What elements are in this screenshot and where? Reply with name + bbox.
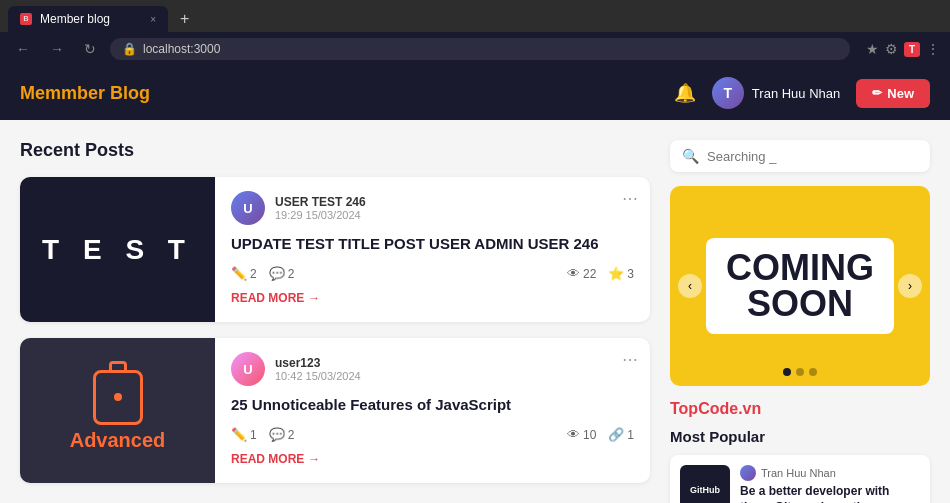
topcode-brand-label: TopCode.vn (670, 400, 930, 418)
comment-stat-icon-2: 💬 (269, 427, 285, 442)
tab-close-button[interactable]: × (150, 14, 156, 25)
post-edit-count-2: ✏️ 1 (231, 427, 257, 442)
post-thumbnail-2: Advanced (20, 338, 215, 483)
post-stats-1: ✏️ 2 💬 2 👁 22 (231, 266, 634, 281)
browser-icons: ★ ⚙ T ⋮ (866, 41, 940, 57)
coming-soon-line2: SOON (726, 286, 874, 322)
popular-post-title: Be a better developer with these Git goo… (740, 484, 920, 503)
navbar-actions: 🔔 T Tran Huu Nhan ✏ New (674, 77, 930, 109)
arrow-right-icon-2: → (308, 452, 320, 466)
avatar-initials: T (724, 85, 733, 101)
banner-dots (783, 368, 817, 376)
left-content: Recent Posts T E S T U USER TEST 246 19:… (20, 140, 650, 503)
post-header-2: U user123 10:42 15/03/2024 ⋯ (231, 352, 634, 386)
post-right-stats-2: 👁 10 🔗 1 (567, 427, 634, 442)
post-card-2: Advanced U user123 10:42 15/03/2024 ⋯ (20, 338, 650, 483)
brand-suffix: Blog (105, 83, 150, 103)
post-title-1: UPDATE TEST TITLE POST USER ADMIN USER 2… (231, 233, 634, 254)
navbar-brand: Memmber Blog (20, 83, 658, 104)
post-body-2: U user123 10:42 15/03/2024 ⋯ 25 Unnotice… (215, 338, 650, 483)
active-tab[interactable]: B Member blog × (8, 6, 168, 32)
pencil-stat-icon-2: ✏️ (231, 427, 247, 442)
read-more-link-1[interactable]: READ MORE → (231, 291, 634, 305)
topcode-logo: T (904, 42, 920, 57)
post-stats-2: ✏️ 1 💬 2 👁 10 (231, 427, 634, 442)
thumbnail-text-2: Advanced (70, 429, 166, 452)
menu-icon: ⋮ (926, 41, 940, 57)
brand-section: TopCode.vn (670, 400, 930, 418)
popular-post-info: Tran Huu Nhan Be a better developer with… (740, 465, 920, 503)
coming-soon-box: COMING SOON (706, 238, 894, 334)
forward-button[interactable]: → (44, 39, 70, 59)
popular-post-thumbnail: GitHub (680, 465, 730, 503)
browser-chrome: B Member blog × + ← → ↻ 🔒 localhost:3000… (0, 0, 950, 66)
popular-post-avatar (740, 465, 756, 481)
read-more-link-2[interactable]: READ MORE → (231, 452, 634, 466)
post-date-1: 19:29 15/03/2024 (275, 209, 366, 221)
post-header-1: U USER TEST 246 19:29 15/03/2024 ⋯ (231, 191, 634, 225)
post-author-name-1: USER TEST 246 (275, 195, 366, 209)
user-info[interactable]: T Tran Huu Nhan (712, 77, 840, 109)
post-edit-count-1: ✏️ 2 (231, 266, 257, 281)
most-popular-title: Most Popular (670, 428, 930, 445)
post-comment-count-1: 💬 2 (269, 266, 295, 281)
url-box[interactable]: 🔒 localhost:3000 (110, 38, 850, 60)
post-thumbnail-1: T E S T (20, 177, 215, 322)
post-author-avatar-1: U (231, 191, 265, 225)
back-button[interactable]: ← (10, 39, 36, 59)
arrow-right-icon: → (308, 291, 320, 305)
search-box: 🔍 (670, 140, 930, 172)
post-author-info-1: USER TEST 246 19:29 15/03/2024 (275, 195, 366, 221)
post-body-1: U USER TEST 246 19:29 15/03/2024 ⋯ UPDAT… (215, 177, 650, 322)
avatar: T (712, 77, 744, 109)
post-author-info-2: user123 10:42 15/03/2024 (275, 356, 361, 382)
post-card: T E S T U USER TEST 246 19:29 15/03/2024… (20, 177, 650, 322)
popular-post-author: Tran Huu Nhan (740, 465, 920, 481)
post-comment-count-2: 💬 2 (269, 427, 295, 442)
post-author-avatar-2: U (231, 352, 265, 386)
banner-dot-2[interactable] (796, 368, 804, 376)
app: Memmber Blog 🔔 T Tran Huu Nhan ✏ New Rec… (0, 66, 950, 503)
thumbnail-text-1: T E S T (42, 234, 193, 266)
post-author-name-2: user123 (275, 356, 361, 370)
banner-prev-button[interactable]: ‹ (678, 274, 702, 298)
tab-bar: B Member blog × + (0, 0, 950, 32)
main-content: Recent Posts T E S T U USER TEST 246 19:… (0, 120, 950, 503)
new-post-button[interactable]: ✏ New (856, 79, 930, 108)
address-bar: ← → ↻ 🔒 localhost:3000 ★ ⚙ T ⋮ (0, 32, 950, 66)
post-view-count-1: 👁 22 (567, 266, 596, 281)
section-title: Recent Posts (20, 140, 650, 161)
bookmark-icon: ★ (866, 41, 879, 57)
post-star-count-1: ⭐ 3 (608, 266, 634, 281)
post-right-stats-1: 👁 22 ⭐ 3 (567, 266, 634, 281)
star-stat-icon-2: 🔗 (608, 427, 624, 442)
user-name: Tran Huu Nhan (752, 86, 840, 101)
notification-bell-icon[interactable]: 🔔 (674, 82, 696, 104)
lock-icon: 🔒 (122, 42, 137, 56)
banner: ‹ COMING SOON › (670, 186, 930, 386)
new-tab-button[interactable]: + (172, 6, 197, 32)
navbar: Memmber Blog 🔔 T Tran Huu Nhan ✏ New (0, 66, 950, 120)
github-label: GitHub (690, 485, 720, 495)
bag-icon (93, 370, 143, 425)
banner-content: COMING SOON (706, 238, 894, 334)
tab-title: Member blog (40, 12, 110, 26)
pencil-stat-icon: ✏️ (231, 266, 247, 281)
banner-dot-1[interactable] (783, 368, 791, 376)
tab-favicon: B (20, 13, 32, 25)
pencil-icon: ✏ (872, 86, 882, 100)
eye-stat-icon-2: 👁 (567, 427, 580, 442)
search-icon: 🔍 (682, 148, 699, 164)
post-menu-button-1[interactable]: ⋯ (622, 189, 638, 208)
post-menu-button-2[interactable]: ⋯ (622, 350, 638, 369)
post-date-2: 10:42 15/03/2024 (275, 370, 361, 382)
post-star-count-2: 🔗 1 (608, 427, 634, 442)
popular-post: GitHub Tran Huu Nhan Be a better develop… (670, 455, 930, 503)
new-button-label: New (887, 86, 914, 101)
search-input[interactable] (707, 149, 918, 164)
extension-icon: ⚙ (885, 41, 898, 57)
refresh-button[interactable]: ↻ (78, 39, 102, 59)
banner-dot-3[interactable] (809, 368, 817, 376)
banner-next-button[interactable]: › (898, 274, 922, 298)
right-sidebar: 🔍 ‹ COMING SOON › (670, 140, 930, 503)
